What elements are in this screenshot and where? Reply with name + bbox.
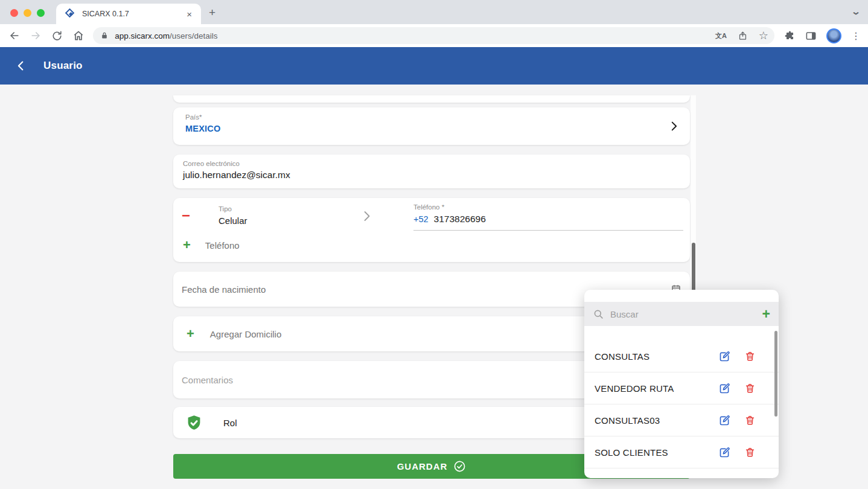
previous-card-edge [173,95,690,103]
tipo-value: Celular [219,216,247,226]
address-bar[interactable]: app.sicarx.com/users/details 文A ☆ [93,27,774,44]
tab-title: SICARX 0.1.7 [82,10,185,18]
edit-role-icon[interactable] [718,446,731,459]
url-text[interactable]: app.sicarx.com/users/details [115,31,704,40]
edit-role-icon[interactable] [718,350,731,363]
telefono-card: − Tipo Celular Teléfono * +52 + Teléfono [173,198,690,262]
app-header: Usuario [0,47,868,85]
rol-list: CONSULTAS VENDEDOR RUTA CONSULTAS03 [584,326,779,478]
telefono-label: Teléfono * [413,203,683,211]
add-phone-label: Teléfono [205,240,240,251]
reload-icon[interactable] [50,28,65,43]
add-phone-button[interactable]: + Teléfono [183,239,240,251]
home-icon[interactable] [72,28,86,43]
pais-value: MEXICO [185,124,678,133]
roles-search-bar[interactable]: + [584,302,779,326]
tab-close-icon[interactable]: × [185,9,194,19]
tab-strip: SICARX 0.1.7 × + ⌄ [0,0,868,24]
tab-search-chevron-icon[interactable]: ⌄ [851,7,861,16]
extensions-puzzle-icon[interactable] [784,30,796,42]
chevron-right-icon[interactable] [667,120,680,133]
back-icon[interactable] [7,28,22,43]
add-domicilio-label: Agregar Domicilio [210,329,281,339]
browser-tab[interactable]: SICARX 0.1.7 × [56,4,201,24]
form-content: País* MEXICO Correo electrónico julio.he… [0,85,868,489]
translate-icon[interactable]: 文A [715,31,727,40]
share-icon[interactable] [738,31,748,41]
correo-label: Correo electrónico [183,160,680,167]
shield-check-icon [185,414,203,432]
delete-role-icon[interactable] [744,351,756,362]
rol-list-item[interactable]: SOLO CLIENTES [584,436,779,468]
chevron-right-icon[interactable] [359,209,374,223]
telefono-input[interactable] [434,214,651,225]
roles-popover: + CONSULTAS VENDEDOR RUTA CONSULTAS03 [584,290,779,478]
delete-role-icon[interactable] [744,383,756,394]
minimize-window-button[interactable] [24,9,31,17]
rol-label: Rol [223,418,237,428]
new-tab-button[interactable]: + [209,5,215,20]
sicarx-favicon-icon [66,9,76,19]
delete-role-icon[interactable] [744,415,756,426]
rol-name: CONSULTAS [595,351,718,362]
pais-field[interactable]: País* MEXICO [173,107,690,145]
rol-list-item[interactable]: VENDEDOR RUTA [584,372,779,404]
zoom-window-button[interactable] [37,9,45,17]
side-panel-icon[interactable] [805,30,817,42]
edit-role-icon[interactable] [718,382,731,395]
telefono-input-group: Teléfono * +52 [413,203,683,231]
correo-value[interactable]: julio.hernandez@sicar.mx [183,170,680,181]
lock-icon [100,31,109,40]
rol-list-item[interactable]: CONSULTAS [584,340,779,372]
rol-name: SOLO CLIENTES [595,447,718,458]
back-chevron-icon[interactable] [14,59,28,72]
page-title: Usuario [43,60,83,72]
check-circle-icon [453,460,466,473]
edit-role-icon[interactable] [718,414,731,427]
correo-field[interactable]: Correo electrónico julio.hernandez@sicar… [173,155,690,188]
add-role-icon[interactable]: + [762,308,770,320]
dial-code[interactable]: +52 [413,214,429,224]
browser-toolbar: app.sicarx.com/users/details 文A ☆ ⋮ [0,24,868,47]
popover-scrollbar-thumb[interactable] [774,331,777,417]
plus-icon: + [183,239,191,251]
forward-icon[interactable] [29,28,43,43]
delete-role-icon[interactable] [744,447,756,458]
guardar-label: GUARDAR [397,461,448,471]
rol-list-item[interactable]: CONSULTAS03 [584,404,779,436]
tipo-label: Tipo [219,205,247,213]
rol-list-partial-row [584,468,779,478]
tipo-select[interactable]: Tipo Celular [219,205,247,226]
window-controls [10,9,45,17]
bookmark-star-icon[interactable]: ☆ [759,31,768,40]
remove-phone-icon[interactable]: − [182,210,190,221]
close-window-button[interactable] [10,9,18,17]
browser-menu-icon[interactable]: ⋮ [851,30,861,42]
plus-icon: + [187,328,194,340]
browser-window: SICARX 0.1.7 × + ⌄ app.sicarx.com/users/… [0,0,868,489]
rol-name: VENDEDOR RUTA [595,383,718,394]
pais-label: País* [185,113,678,121]
roles-search-input[interactable] [610,309,756,319]
rol-name: CONSULTAS03 [595,415,718,426]
search-icon [593,308,604,320]
profile-avatar[interactable] [826,28,841,43]
